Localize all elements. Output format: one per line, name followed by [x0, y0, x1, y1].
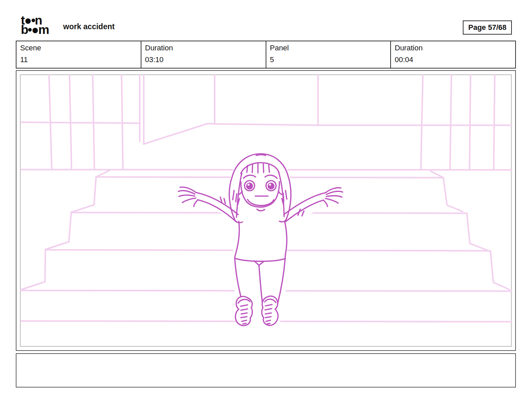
logo-line-2: b•●m	[21, 25, 64, 35]
scene-duration-value: 03:10	[145, 55, 266, 64]
scene-label: Scene	[20, 44, 141, 52]
panel-label: Panel	[270, 44, 391, 52]
project-title: work accident	[63, 22, 115, 31]
scene-cell: Scene 11	[16, 41, 141, 68]
page-number-badge: Page 57/68	[463, 20, 512, 35]
panel-info-table: Scene 11 Duration 03:10 Panel 5 Duration…	[16, 41, 516, 68]
panel-value: 5	[270, 55, 391, 64]
panel-duration-cell: Duration 00:04	[391, 41, 515, 68]
scene-duration-label: Duration	[145, 44, 266, 52]
scene-duration-cell: Duration 03:10	[141, 41, 266, 68]
storyboard-page: t●•n b•●m work accident Page 57/68 Scene…	[0, 0, 532, 411]
storyboard-sketch	[16, 71, 515, 350]
toonboom-logo: t●•n b•●m	[21, 15, 64, 35]
storyboard-panel-frame	[16, 70, 516, 351]
panel-duration-value: 00:04	[395, 55, 515, 64]
caption-box	[16, 353, 516, 387]
panel-duration-label: Duration	[395, 44, 515, 52]
panel-cell: Panel 5	[266, 41, 391, 68]
scene-value: 11	[20, 55, 141, 64]
